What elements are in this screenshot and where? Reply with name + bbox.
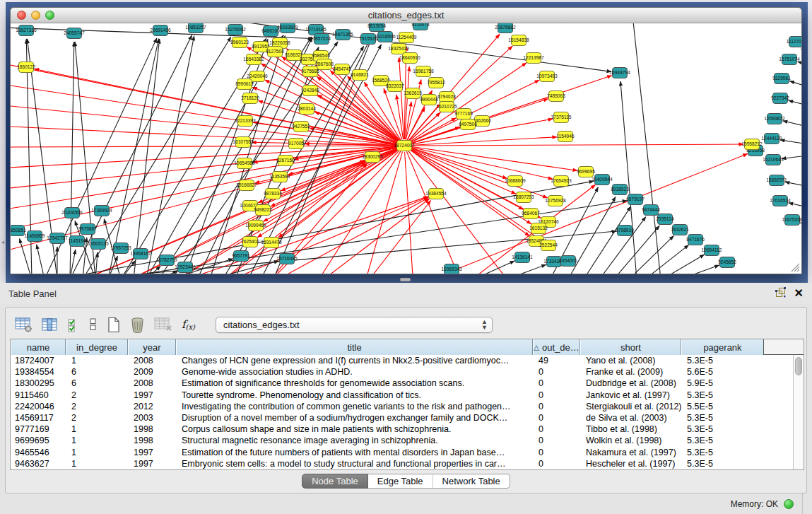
table-scrollbar[interactable] [793, 355, 804, 469]
trash-icon[interactable] [130, 317, 145, 333]
network-canvas[interactable]: 1892731624055747206914061085325715276062… [11, 23, 801, 274]
network-graph[interactable]: 1892731624055747206914061085325715276062… [11, 23, 801, 274]
column-header-in_degree[interactable]: in_degree [66, 339, 128, 355]
split-pane-handle[interactable] [400, 278, 411, 281]
table-selector-dropdown[interactable]: citations_edges.txt ▲▼ [216, 317, 493, 333]
table-cell[interactable]: 5.3E-5 [681, 447, 764, 458]
memory-status-indicator[interactable] [784, 499, 794, 509]
checklist-icon[interactable] [67, 317, 80, 332]
rows-icon[interactable] [89, 317, 98, 332]
table-cell[interactable]: 0 [533, 412, 580, 424]
new-document-icon[interactable] [107, 317, 121, 333]
table-cell[interactable]: Genome-wide association studies in ADHD. [176, 366, 533, 378]
column-chooser-icon[interactable] [42, 318, 58, 332]
scrollbar-thumb[interactable] [795, 357, 802, 375]
table-cell[interactable]: Estimation of the future numbers of pati… [176, 447, 533, 458]
table-cell[interactable]: 5.5E-5 [681, 401, 764, 412]
table-cell[interactable]: Changes of HCN gene expression and I(f) … [176, 355, 533, 366]
table-cell[interactable]: 5.3E-5 [681, 424, 764, 435]
table-cell[interactable]: 1998 [128, 435, 176, 446]
table-cell[interactable]: 1997 [128, 390, 176, 401]
table-settings-icon[interactable] [15, 317, 33, 332]
table-cell[interactable]: 5.3E-5 [681, 390, 764, 401]
float-panel-icon[interactable] [775, 287, 786, 300]
table-cell[interactable]: Franke et al. (2009) [580, 366, 681, 378]
table-row[interactable]: 1938455462009Genome-wide association stu… [11, 366, 793, 378]
table-cell[interactable]: Tibbo et al. (1998) [580, 424, 681, 435]
table-cell[interactable]: 1998 [128, 424, 176, 435]
table-cell[interactable]: Jankovic et al. (1997) [580, 390, 681, 401]
table-cell[interactable]: 6 [66, 366, 128, 378]
table-row[interactable]: 977716911998Corpus callosum shape and si… [11, 424, 793, 435]
table-cell[interactable]: 0 [533, 378, 580, 389]
column-header-pagerank[interactable]: pagerank [681, 339, 764, 355]
panel-collapse-arrow-icon[interactable]: ◂ [0, 235, 6, 250]
table-cell[interactable]: 2003 [128, 412, 176, 424]
table-cell[interactable]: Nakamura et al. (1997) [580, 447, 681, 458]
column-header-out_de[interactable]: △out_de… [533, 339, 580, 355]
table-cell[interactable]: 1 [66, 435, 128, 446]
table-cell[interactable]: Yano et al. (2008) [580, 355, 681, 366]
table-cell[interactable]: 18724007 [11, 355, 66, 366]
close-panel-icon[interactable]: ✕ [794, 288, 804, 299]
table-row[interactable]: 946362711997Embryonic stem cells: a mode… [11, 458, 793, 469]
tab-network-table[interactable]: Network Table [433, 474, 510, 489]
zoom-button[interactable] [45, 11, 54, 20]
table-cell[interactable]: 5.3E-5 [681, 412, 764, 424]
table-cell[interactable]: Wolkin et al. (1998) [580, 435, 681, 446]
table-cell[interactable]: 0 [533, 435, 580, 446]
table-cell[interactable]: 1997 [128, 447, 176, 458]
column-header-year[interactable]: year [128, 339, 176, 355]
table-cell[interactable]: Stergiakouli et al. (2012) [580, 401, 681, 412]
table-cell[interactable]: Embryonic stem cells: a model to study s… [176, 458, 533, 469]
table-cell[interactable]: 2009 [128, 366, 176, 378]
table-cell[interactable]: 1 [66, 355, 128, 366]
table-cell[interactable]: 1 [66, 458, 128, 469]
close-button[interactable] [17, 11, 26, 20]
table-cell[interactable]: 0 [533, 390, 580, 401]
table-cell[interactable]: 5.9E-5 [681, 378, 764, 389]
table-cell[interactable]: Structural magnetic resonance image aver… [176, 435, 533, 446]
table-cell[interactable]: 2008 [128, 355, 176, 366]
table-cell[interactable]: 22420046 [11, 401, 66, 412]
table-cell[interactable]: Estimation of significance thresholds fo… [176, 378, 533, 389]
table-cell[interactable]: Disruption of a novel member of a sodium… [176, 412, 533, 424]
column-header-short[interactable]: short [580, 339, 681, 355]
table-row[interactable]: 1456911722003Disruption of a novel membe… [11, 412, 793, 424]
table-cell[interactable]: 9115460 [11, 390, 66, 401]
table-cell[interactable]: 9463627 [11, 458, 66, 469]
table-cell[interactable]: 6 [66, 378, 128, 389]
table-cell[interactable]: 5.3E-5 [681, 355, 764, 366]
table-cell[interactable]: 18300295 [11, 378, 66, 389]
column-header-title[interactable]: title [176, 339, 533, 355]
resize-grip-icon[interactable] [789, 261, 800, 272]
function-builder-icon[interactable]: f(x) [182, 318, 195, 331]
table-cell[interactable]: 0 [533, 366, 580, 378]
table-cell[interactable]: 5.3E-5 [681, 458, 764, 469]
tab-edge-table[interactable]: Edge Table [368, 474, 433, 489]
delete-table-icon[interactable] [154, 317, 172, 332]
table-row[interactable]: 969969511998Structural magnetic resonanc… [11, 435, 793, 446]
table-cell[interactable]: 0 [533, 424, 580, 435]
table-cell[interactable]: 49 [533, 355, 580, 366]
table-cell[interactable]: 1 [66, 424, 128, 435]
table-cell[interactable]: 0 [533, 458, 580, 469]
table-cell[interactable]: 0 [533, 447, 580, 458]
table-row[interactable]: 2242004622012Investigating the contribut… [11, 401, 793, 412]
table-row[interactable]: 1830029562008Estimation of significance … [11, 378, 793, 389]
table-row[interactable]: 911546021997Tourette syndrome. Phenomeno… [11, 390, 793, 401]
table-cell[interactable]: Corpus callosum shape and size in male p… [176, 424, 533, 435]
table-cell[interactable]: Dudbridge et al. (2008) [580, 378, 681, 389]
table-cell[interactable]: 0 [533, 401, 580, 412]
table-cell[interactable]: Investigating the contribution of common… [176, 401, 533, 412]
table-cell[interactable]: 9465546 [11, 447, 66, 458]
table-cell[interactable]: 5.6E-5 [681, 366, 764, 378]
table-cell[interactable]: Hescheler et al. (1997) [580, 458, 681, 469]
table-cell[interactable]: Tourette syndrome. Phenomenology and cla… [176, 390, 533, 401]
table-cell[interactable]: 2 [66, 401, 128, 412]
table-cell[interactable]: 14569117 [11, 412, 66, 424]
table-cell[interactable]: 1 [66, 447, 128, 458]
network-window-titlebar[interactable]: citations_edges.txt [11, 8, 801, 23]
table-cell[interactable]: de Silva et al. (2003) [580, 412, 681, 424]
table-cell[interactable]: 2012 [128, 401, 176, 412]
